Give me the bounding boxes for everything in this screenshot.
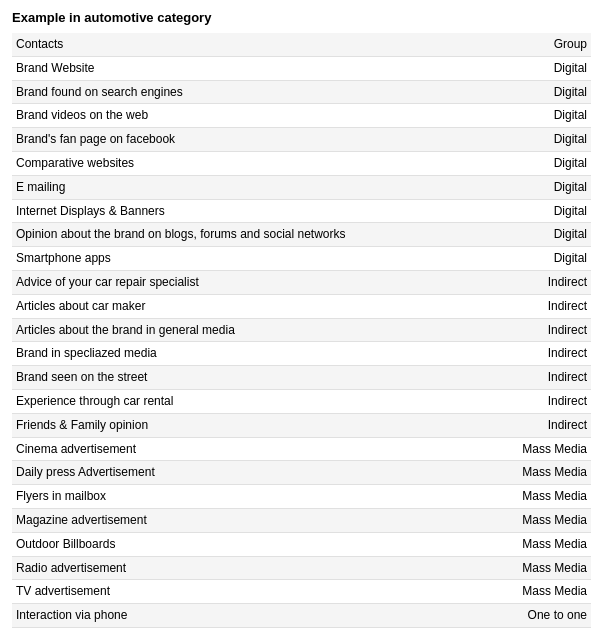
- row-group: Mass Media: [388, 532, 591, 556]
- row-label: Friends & Family opinion: [12, 413, 388, 437]
- row-group: Mass Media: [388, 508, 591, 532]
- row-label: Opinion about the brand on blogs, forums…: [12, 223, 388, 247]
- row-label: Cinema advertisement: [12, 437, 388, 461]
- data-table: ContactsGroupBrand WebsiteDigitalBrand f…: [12, 33, 591, 633]
- table-row: Interaction via phoneOne to one: [12, 604, 591, 628]
- row-label: Articles about car maker: [12, 294, 388, 318]
- row-group: Mass Media: [388, 485, 591, 509]
- table-row: MailingOne to one: [12, 627, 591, 633]
- page-title: Example in automotive category: [12, 10, 591, 25]
- table-row: Brand found on search enginesDigital: [12, 80, 591, 104]
- row-label: Outdoor Billboards: [12, 532, 388, 556]
- table-row: Internet Displays & BannersDigital: [12, 199, 591, 223]
- row-group: Indirect: [388, 389, 591, 413]
- table-row: TV advertisementMass Media: [12, 580, 591, 604]
- table-row: Articles about car makerIndirect: [12, 294, 591, 318]
- table-row: Advice of your car repair specialistIndi…: [12, 270, 591, 294]
- row-group: Digital: [388, 247, 591, 271]
- table-row: Brand videos on the webDigital: [12, 104, 591, 128]
- table-row: Daily press AdvertisementMass Media: [12, 461, 591, 485]
- table-row: Brand's fan page on facebookDigital: [12, 128, 591, 152]
- row-group: Digital: [388, 223, 591, 247]
- row-group: Digital: [388, 56, 591, 80]
- table-row: Magazine advertisementMass Media: [12, 508, 591, 532]
- row-group: Indirect: [388, 413, 591, 437]
- row-group: Digital: [388, 151, 591, 175]
- row-group: Digital: [388, 104, 591, 128]
- table-row: E mailingDigital: [12, 175, 591, 199]
- row-group: Indirect: [388, 366, 591, 390]
- row-label: Contacts: [12, 33, 388, 56]
- row-label: Brand Website: [12, 56, 388, 80]
- row-group: Digital: [388, 128, 591, 152]
- row-label: E mailing: [12, 175, 388, 199]
- table-row: Articles about the brand in general medi…: [12, 318, 591, 342]
- table-row: Brand seen on the streetIndirect: [12, 366, 591, 390]
- table-row: Outdoor BillboardsMass Media: [12, 532, 591, 556]
- row-label: Brand videos on the web: [12, 104, 388, 128]
- row-group: Indirect: [388, 294, 591, 318]
- row-label: Radio advertisement: [12, 556, 388, 580]
- table-row: Friends & Family opinionIndirect: [12, 413, 591, 437]
- row-group: Digital: [388, 175, 591, 199]
- row-label: TV advertisement: [12, 580, 388, 604]
- row-group: Group: [388, 33, 591, 56]
- row-group: Indirect: [388, 318, 591, 342]
- row-group: One to one: [388, 604, 591, 628]
- table-row: Opinion about the brand on blogs, forums…: [12, 223, 591, 247]
- row-label: Brand in specliazed media: [12, 342, 388, 366]
- table-row: Experience through car rentalIndirect: [12, 389, 591, 413]
- row-group: Digital: [388, 199, 591, 223]
- row-group: One to one: [388, 627, 591, 633]
- row-label: Mailing: [12, 627, 388, 633]
- row-group: Mass Media: [388, 580, 591, 604]
- row-group: Digital: [388, 80, 591, 104]
- row-label: Smartphone apps: [12, 247, 388, 271]
- row-label: Articles about the brand in general medi…: [12, 318, 388, 342]
- row-group: Mass Media: [388, 437, 591, 461]
- row-group: Mass Media: [388, 556, 591, 580]
- row-group: Indirect: [388, 342, 591, 366]
- table-row: ContactsGroup: [12, 33, 591, 56]
- row-label: Brand seen on the street: [12, 366, 388, 390]
- table-row: Comparative websitesDigital: [12, 151, 591, 175]
- table-row: Radio advertisementMass Media: [12, 556, 591, 580]
- table-row: Brand WebsiteDigital: [12, 56, 591, 80]
- table-row: Smartphone appsDigital: [12, 247, 591, 271]
- table-row: Flyers in mailboxMass Media: [12, 485, 591, 509]
- row-label: Daily press Advertisement: [12, 461, 388, 485]
- row-label: Comparative websites: [12, 151, 388, 175]
- table-row: Brand in specliazed mediaIndirect: [12, 342, 591, 366]
- table-row: Cinema advertisementMass Media: [12, 437, 591, 461]
- row-group: Indirect: [388, 270, 591, 294]
- row-label: Magazine advertisement: [12, 508, 388, 532]
- row-label: Experience through car rental: [12, 389, 388, 413]
- row-label: Interaction via phone: [12, 604, 388, 628]
- row-group: Mass Media: [388, 461, 591, 485]
- row-label: Flyers in mailbox: [12, 485, 388, 509]
- row-label: Internet Displays & Banners: [12, 199, 388, 223]
- row-label: Brand found on search engines: [12, 80, 388, 104]
- row-label: Brand's fan page on facebook: [12, 128, 388, 152]
- row-label: Advice of your car repair specialist: [12, 270, 388, 294]
